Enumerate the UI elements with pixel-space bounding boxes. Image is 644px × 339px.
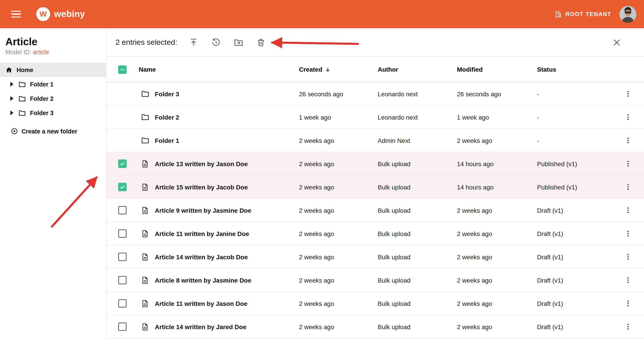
sidebar-item-label: Folder 3 (30, 110, 54, 116)
chevron-right-icon[interactable] (10, 96, 14, 101)
table-row[interactable]: Article 8 written by Jasmine Doe 2 weeks… (106, 269, 644, 292)
row-menu-button[interactable] (622, 321, 634, 332)
tenant-selector[interactable]: ROOT TENANT (554, 10, 611, 18)
publish-button[interactable] (189, 37, 199, 47)
row-menu-button[interactable] (622, 274, 634, 286)
create-folder-button[interactable]: Create a new folder (0, 123, 106, 140)
document-icon (141, 323, 149, 331)
row-name[interactable]: Article 11 written by Jason Doe (155, 300, 299, 307)
page-title: Article (0, 35, 106, 48)
hamburger-menu-icon[interactable] (11, 11, 21, 18)
chevron-right-icon[interactable] (10, 82, 14, 87)
table-row[interactable]: Article 11 written by Janine Doe 2 weeks… (106, 222, 644, 245)
row-checkbox[interactable] (118, 276, 127, 284)
row-menu-button[interactable] (622, 111, 634, 123)
column-header-created[interactable]: Created (299, 66, 378, 73)
model-id-value: article (33, 49, 49, 56)
row-checkbox[interactable] (118, 183, 127, 191)
column-header-author[interactable]: Author (378, 66, 457, 73)
table-row[interactable]: Article 15 written by Jacob Doe 2 weeks … (106, 176, 644, 199)
cell-created: 26 seconds ago (299, 90, 378, 97)
table-row[interactable]: Article 14 written by Jacob Doe 2 weeks … (106, 245, 644, 269)
column-header-modified[interactable]: Modified (457, 66, 537, 73)
table-row[interactable]: Article 9 written by Jasmine Doe 2 weeks… (106, 199, 644, 222)
table-row[interactable]: Article 14 written by Jared Doe 2 weeks … (106, 315, 644, 338)
cell-modified: 2 weeks ago (457, 230, 537, 237)
row-menu-button[interactable] (622, 228, 634, 239)
folder-icon (141, 113, 149, 121)
folder-tree: Home Folder 1 (0, 63, 106, 140)
cell-status: Draft (v1) (537, 300, 618, 307)
cell-status: - (537, 90, 618, 97)
row-checkbox[interactable] (118, 229, 127, 238)
cell-author: Bulk upload (378, 253, 457, 260)
avatar[interactable] (620, 6, 636, 23)
unpublish-revisions-button[interactable] (211, 37, 221, 47)
row-name[interactable]: Folder 3 (155, 90, 299, 97)
row-name[interactable]: Article 15 written by Jacob Doe (155, 183, 299, 191)
row-checkbox[interactable] (118, 159, 127, 168)
kebab-icon (624, 137, 632, 144)
cell-created: 2 weeks ago (299, 300, 378, 307)
sidebar-item-home[interactable]: Home (0, 63, 106, 77)
table-row[interactable]: Article 11 written by Jason Doe 2 weeks … (106, 292, 644, 315)
trash-icon (256, 38, 266, 47)
cell-created: 2 weeks ago (299, 207, 378, 214)
sort-desc-icon (325, 67, 331, 72)
row-menu-button[interactable] (622, 297, 634, 309)
webiny-logo-icon: W (36, 7, 50, 21)
select-all-checkbox[interactable] (118, 65, 127, 74)
kebab-icon (624, 90, 632, 98)
row-name[interactable]: Article 13 written by Jason Doe (155, 160, 299, 167)
row-name[interactable]: Folder 1 (155, 137, 299, 144)
sidebar-item-folder-1[interactable]: Folder 1 (0, 77, 106, 91)
row-name[interactable]: Folder 2 (155, 114, 299, 121)
row-menu-button[interactable] (622, 251, 634, 263)
row-name[interactable]: Article 8 written by Jasmine Doe (155, 276, 299, 284)
row-menu-button[interactable] (622, 158, 634, 170)
row-checkbox[interactable] (118, 253, 127, 261)
folder-icon (18, 80, 26, 88)
column-header-status[interactable]: Status (537, 66, 618, 73)
cell-author: Bulk upload (378, 183, 457, 191)
model-id: Model ID: article (0, 48, 106, 56)
table-row[interactable]: Article 13 written by Jason Doe 2 weeks … (106, 152, 644, 176)
table-header: Name Created Author Modified Status (106, 57, 644, 82)
sidebar-item-folder-2[interactable]: Folder 2 (0, 91, 106, 106)
cell-created: 2 weeks ago (299, 137, 378, 144)
row-name[interactable]: Article 14 written by Jared Doe (155, 323, 299, 330)
row-menu-button[interactable] (622, 204, 634, 216)
cell-status: - (537, 114, 618, 121)
folder-icon (18, 95, 26, 102)
row-checkbox[interactable] (118, 322, 127, 331)
cell-author: Bulk upload (378, 230, 457, 237)
close-selection-button[interactable] (612, 37, 622, 47)
column-header-name[interactable]: Name (135, 66, 299, 73)
table-row[interactable]: Folder 2 1 week ago Leonardo next 1 week… (106, 106, 644, 129)
table-row[interactable]: Folder 3 26 seconds ago Leonardo next 26… (106, 82, 644, 106)
row-menu-button[interactable] (622, 88, 634, 100)
row-name[interactable]: Article 14 written by Jacob Doe (155, 253, 299, 260)
cell-author: Leonardo next (378, 90, 457, 97)
cell-status: Draft (v1) (537, 253, 618, 260)
move-to-folder-button[interactable] (234, 37, 244, 47)
row-menu-button[interactable] (622, 181, 634, 193)
row-name[interactable]: Article 9 written by Jasmine Doe (155, 207, 299, 214)
kebab-icon (624, 253, 632, 261)
unpublish-revisions-icon (212, 38, 221, 47)
delete-button[interactable] (256, 37, 266, 47)
sidebar-item-label: Folder 1 (30, 81, 54, 88)
row-checkbox[interactable] (118, 299, 127, 308)
kebab-icon (624, 113, 632, 121)
table-row[interactable]: Folder 1 2 weeks ago Admin Next 2 weeks … (106, 129, 644, 152)
row-menu-button[interactable] (622, 135, 634, 146)
chevron-right-icon[interactable] (10, 110, 14, 116)
building-icon (554, 10, 562, 18)
document-icon (141, 253, 149, 261)
move-to-folder-icon (234, 37, 244, 47)
cell-status: Draft (v1) (537, 207, 618, 214)
cell-modified: 2 weeks ago (457, 207, 537, 214)
sidebar-item-folder-3[interactable]: Folder 3 (0, 106, 106, 120)
row-checkbox[interactable] (118, 206, 127, 214)
row-name[interactable]: Article 11 written by Janine Doe (155, 230, 299, 237)
